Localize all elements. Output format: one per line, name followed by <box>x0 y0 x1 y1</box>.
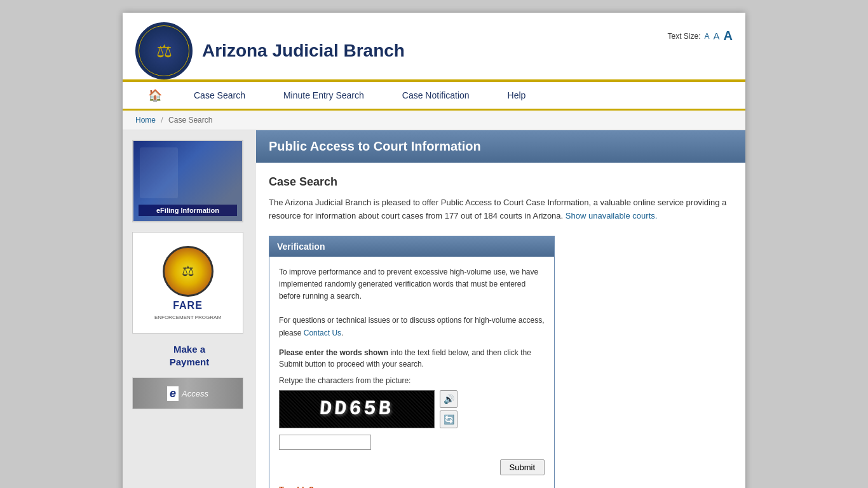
contact-us-link[interactable]: Contact Us <box>304 329 341 337</box>
text-size-control: Text Size: A A A <box>667 22 733 43</box>
header-left: Arizona Judicial Branch <box>135 22 405 79</box>
site-logo <box>135 22 193 79</box>
fare-logo: ⚖ <box>163 246 214 297</box>
verification-header: Verification <box>269 236 554 257</box>
retype-label: Retype the characters from the picture: <box>279 376 545 385</box>
text-size-medium[interactable]: A <box>714 30 720 41</box>
make-payment-line2: Payment <box>132 356 247 369</box>
captcha-area: DD65B 🔊 🔄 <box>279 390 545 428</box>
make-payment-link[interactable]: Make a Payment <box>132 343 247 368</box>
text-size-label: Text Size: <box>667 32 700 41</box>
breadcrumb-current: Case Search <box>168 116 212 125</box>
breadcrumb-home[interactable]: Home <box>135 116 156 125</box>
make-payment-line1: Make a <box>132 343 247 356</box>
page-title: Public Access to Court Information <box>269 139 733 154</box>
submit-button[interactable]: Submit <box>500 459 545 475</box>
text-size-large[interactable]: A <box>724 29 733 43</box>
instruction-strong: Please enter the words shown <box>279 348 388 357</box>
page-title-bar: Public Access to Court Information <box>256 130 745 163</box>
fare-sub: ENFORCEMENT PROGRAM <box>154 315 221 320</box>
show-unavailable-link[interactable]: Show unavailable courts. <box>566 211 658 220</box>
trouble-heading: Trouble? <box>279 485 545 488</box>
eaccess-label: Access <box>182 389 208 398</box>
case-search-heading: Case Search <box>269 175 733 189</box>
verification-desc-p1: To improve performance and to prevent ex… <box>279 268 538 301</box>
sidebar-fare-banner[interactable]: ⚖ FARE ENFORCEMENT PROGRAM <box>132 232 243 334</box>
site-title: Arizona Judicial Branch <box>202 41 405 61</box>
verification-box: Verification To improve performance and … <box>269 236 555 488</box>
main-nav: 🏠 Case Search Minute Entry Search Case N… <box>123 82 745 111</box>
logo-inner <box>137 24 191 78</box>
nav-minute-entry-search[interactable]: Minute Entry Search <box>264 83 383 108</box>
breadcrumb: Home / Case Search <box>123 111 745 130</box>
trouble-section: Trouble? If you are having problems subm… <box>279 485 545 488</box>
nav-case-search[interactable]: Case Search <box>175 83 264 108</box>
text-size-small[interactable]: A <box>705 32 710 41</box>
verification-body: To improve performance and to prevent ex… <box>269 257 554 488</box>
captcha-text: DD65B <box>319 397 395 421</box>
home-button[interactable]: 🏠 <box>135 82 175 109</box>
eaccess-e: e <box>167 386 179 401</box>
nav-case-notification[interactable]: Case Notification <box>383 83 489 108</box>
intro-text-content: The Arizona Judicial Branch is pleased t… <box>269 198 726 220</box>
main-content: Public Access to Court Information Case … <box>256 130 745 488</box>
nav-help[interactable]: Help <box>489 83 545 108</box>
captcha-controls: 🔊 🔄 <box>440 390 458 428</box>
sidebar-eaccess-banner[interactable]: e Access <box>132 377 243 409</box>
sidebar: eFiling Information ⚖ FARE ENFORCEMENT P… <box>123 130 256 488</box>
sidebar-efiling-banner[interactable]: eFiling Information <box>132 140 243 222</box>
captcha-refresh-button[interactable]: 🔄 <box>440 410 458 428</box>
breadcrumb-separator: / <box>161 116 163 125</box>
intro-text: The Arizona Judicial Branch is pleased t… <box>269 196 733 223</box>
captcha-input[interactable] <box>279 435 371 450</box>
captcha-image: DD65B <box>279 390 435 428</box>
sidebar-efiling-label: eFiling Information <box>139 205 237 216</box>
verification-desc: To improve performance and to prevent ex… <box>279 266 545 339</box>
captcha-audio-button[interactable]: 🔊 <box>440 390 458 408</box>
fare-name: FARE <box>173 300 203 311</box>
logo-ring <box>139 25 189 76</box>
verification-instruction: Please enter the words shown into the te… <box>279 347 545 370</box>
